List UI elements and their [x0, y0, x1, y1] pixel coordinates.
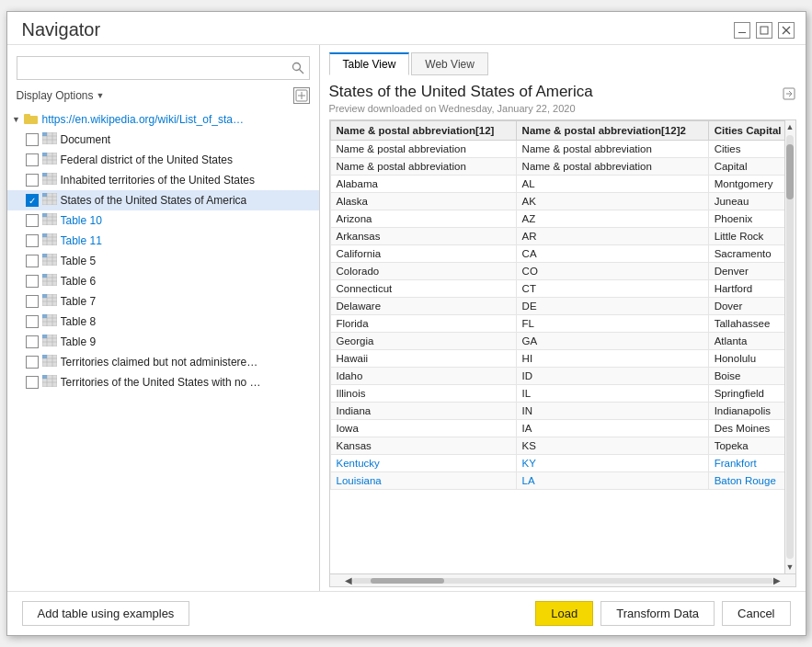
close-button[interactable] [778, 22, 795, 39]
table-row: DelawareDEDover [330, 298, 795, 315]
svg-rect-40 [42, 213, 47, 217]
maximize-button[interactable] [756, 22, 772, 39]
tree-checkbox[interactable] [26, 315, 39, 328]
table-cell: ID [516, 368, 708, 385]
table-cell: Delaware [330, 298, 516, 315]
tree-item[interactable]: Table 10 [7, 210, 319, 231]
scroll-down-icon[interactable]: ▼ [786, 561, 795, 573]
table-cell: Arkansas [330, 228, 516, 245]
tree-checkbox[interactable] [26, 153, 39, 166]
table-cell: Phoenix [708, 210, 795, 228]
table-cell: IA [516, 420, 708, 437]
table-row: ConnecticutCTHartford [330, 280, 795, 298]
table-icon [42, 153, 57, 167]
tree-item-label: Territories claimed but not administered… [61, 356, 263, 369]
table-row: GeorgiaGAAtlanta [330, 333, 795, 350]
tree-item[interactable]: Table 9 [7, 332, 319, 352]
svg-rect-82 [42, 355, 47, 358]
table-cell: Kentucky [330, 455, 516, 472]
display-options-button[interactable]: Display Options ▼ [17, 89, 105, 102]
svg-rect-88 [42, 375, 47, 379]
table-cell: CT [516, 280, 708, 298]
tree-items-container: Document Federal district of the United … [7, 130, 319, 392]
tree-item[interactable]: States of the United States of America [7, 190, 319, 210]
tab-web-view[interactable]: Web View [411, 52, 488, 75]
table-scroll-area[interactable]: Name & postal abbreviation[12] Name & po… [330, 120, 795, 573]
transform-data-button[interactable]: Transform Data [600, 601, 715, 626]
table-cell: Sacramento [708, 245, 795, 263]
svg-rect-1 [761, 27, 768, 34]
tree-checkbox[interactable] [26, 376, 39, 389]
tree-checkbox[interactable] [26, 174, 39, 187]
footer: Add table using examples Load Transform … [7, 591, 806, 635]
scroll-up-icon[interactable]: ▲ [786, 120, 795, 133]
tree-item[interactable]: Federal district of the United States [7, 150, 319, 170]
table-cell: Iowa [330, 420, 516, 437]
table-row: HawaiiHIHonolulu [330, 350, 795, 368]
svg-rect-46 [42, 233, 47, 237]
tree-root-item[interactable]: ▼ https://en.wikipedia.org/wiki/List_of_… [7, 109, 319, 130]
table-cell: Idaho [330, 368, 516, 385]
cancel-button[interactable]: Cancel [722, 601, 790, 626]
tree-checkbox[interactable] [26, 133, 39, 146]
minimize-button[interactable] [734, 22, 750, 39]
tree-item[interactable]: Territories claimed but not administered… [7, 352, 319, 372]
table-icon [42, 355, 57, 369]
tree-item[interactable]: Table 8 [7, 312, 319, 332]
preview-title: States of the United States of America [329, 83, 593, 101]
table-row: KentuckyKYFrankfort [330, 455, 795, 472]
export-icon[interactable] [782, 86, 796, 104]
preview-header-text: States of the United States of America P… [329, 83, 593, 119]
add-example-button[interactable]: Add table using examples [22, 601, 190, 626]
tab-table-view[interactable]: Table View [329, 52, 410, 75]
col-header-2: Name & postal abbreviation[12]2 [516, 121, 708, 141]
table-cell: Baton Rouge [708, 472, 795, 490]
search-input[interactable] [17, 62, 287, 74]
scroll-left-icon[interactable]: ◀ [345, 575, 352, 585]
table-row: IllinoisILSpringfield [330, 385, 795, 403]
tree-item[interactable]: Territories of the United States with no… [7, 372, 319, 392]
tree-checkbox[interactable] [26, 194, 39, 207]
table-cell: Honolulu [708, 350, 795, 368]
scroll-v-track [786, 135, 794, 559]
tree-checkbox[interactable] [26, 255, 39, 267]
tree-checkbox[interactable] [26, 295, 39, 308]
table-row: Name & postal abbreviationName & postal … [330, 141, 795, 158]
scroll-h-thumb[interactable] [371, 578, 444, 584]
tree-checkbox[interactable] [26, 275, 39, 288]
table-cell: Alabama [330, 176, 516, 193]
vertical-scrollbar[interactable]: ▲ ▼ [784, 120, 795, 573]
col-header-3: Cities Capital [708, 121, 795, 141]
table-cell: Des Moines [708, 420, 795, 437]
table-row: CaliforniaCASacramento [330, 245, 795, 263]
tree-item[interactable]: Document [7, 130, 319, 150]
tree-checkbox[interactable] [26, 234, 39, 247]
svg-rect-10 [24, 114, 30, 118]
tree-checkbox[interactable] [26, 335, 39, 348]
table-icon [42, 132, 57, 147]
horizontal-scrollbar[interactable]: ◀ ▶ [330, 573, 795, 586]
table-row: Name & postal abbreviationName & postal … [330, 158, 795, 176]
tree-item[interactable]: Inhabited territories of the United Stat… [7, 170, 319, 190]
table-cell: Denver [708, 263, 795, 280]
table-cell: Hawaii [330, 350, 516, 368]
table-cell: Illinois [330, 385, 516, 403]
table-cell: Indiana [330, 403, 516, 420]
table-icon [42, 314, 57, 329]
svg-point-4 [292, 63, 300, 71]
scroll-right-icon[interactable]: ▶ [773, 575, 781, 585]
svg-rect-52 [42, 254, 47, 257]
tree-item[interactable]: Table 6 [7, 271, 319, 291]
scroll-v-thumb[interactable] [786, 144, 794, 199]
tree-checkbox[interactable] [26, 214, 39, 227]
tree-item-label: Territories of the United States with no… [61, 376, 263, 389]
tree-item[interactable]: Table 7 [7, 291, 319, 312]
load-button[interactable]: Load [535, 601, 593, 626]
tabs-row: Table View Web View [329, 52, 796, 75]
tree-item[interactable]: Table 5 [7, 251, 319, 271]
tree-item[interactable]: Table 11 [7, 231, 319, 251]
tree-checkbox[interactable] [26, 356, 39, 369]
table-row: IndianaINIndianapolis [330, 403, 795, 420]
search-row [17, 56, 310, 80]
add-table-icon[interactable] [293, 87, 310, 104]
